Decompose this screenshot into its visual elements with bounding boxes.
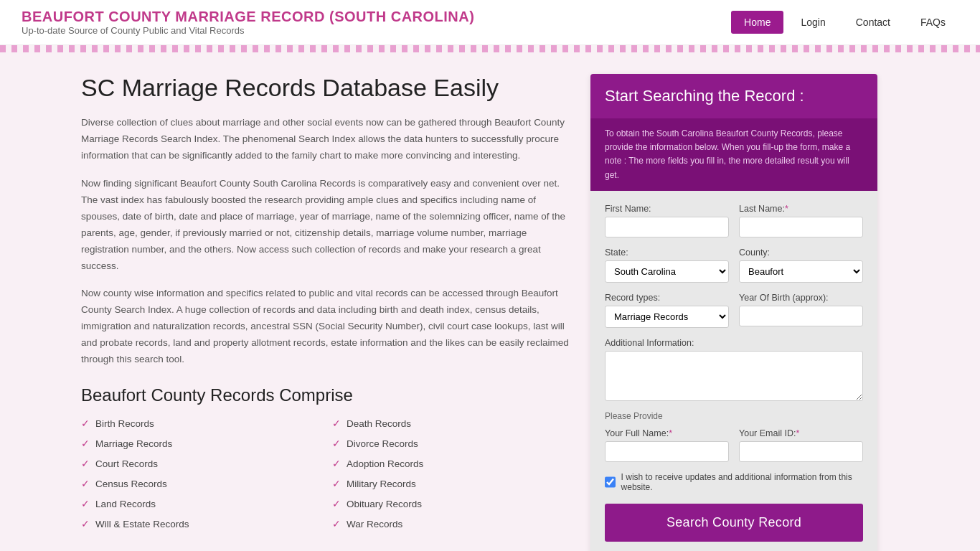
intro-para-2: Now finding significant Beaufort County … — [81, 176, 569, 275]
list-item: ✓Adoption Records — [332, 456, 569, 471]
header: BEAUFORT COUNTY MARRIAGE RECORD (SOUTH C… — [0, 0, 980, 45]
email-input[interactable] — [739, 441, 863, 462]
check-icon: ✓ — [81, 478, 90, 489]
full-name-input[interactable] — [605, 441, 729, 462]
year-birth-input[interactable] — [739, 306, 863, 326]
list-item: ✓Death Records — [332, 415, 569, 431]
list-item: ✓Court Records — [81, 456, 318, 471]
check-icon: ✓ — [332, 418, 341, 429]
check-icon: ✓ — [81, 518, 90, 529]
list-item: ✓Will & Estate Records — [81, 516, 318, 532]
newsletter-checkbox[interactable] — [605, 476, 616, 488]
record-type-row: Record types: Marriage RecordsBirth Reco… — [605, 293, 863, 328]
nav-contact[interactable]: Contact — [843, 11, 903, 34]
form-header: Start Searching the Record : — [590, 74, 877, 118]
search-form-card: Start Searching the Record : To obtain t… — [590, 74, 877, 551]
check-icon: ✓ — [332, 438, 341, 449]
additional-info-label: Additional Information: — [605, 338, 863, 348]
state-county-row: State: South CarolinaAlabamaAlaskaArizon… — [605, 248, 863, 283]
email-group: Your Email ID:* — [739, 428, 863, 462]
list-item: ✓Census Records — [81, 476, 318, 491]
check-icon: ✓ — [81, 498, 90, 509]
list-item: ✓Land Records — [81, 496, 318, 512]
records-section-heading: Beaufort County Records Comprise — [81, 385, 569, 405]
county-label: County: — [739, 248, 863, 258]
intro-para-1: Diverse collection of clues about marria… — [81, 115, 569, 164]
check-icon: ✓ — [332, 458, 341, 469]
list-item: ✓Birth Records — [81, 415, 318, 431]
list-item: ✓Military Records — [332, 476, 569, 491]
email-label: Your Email ID:* — [739, 428, 863, 438]
state-group: State: South CarolinaAlabamaAlaskaArizon… — [605, 248, 729, 283]
check-icon: ✓ — [81, 458, 90, 469]
record-type-select[interactable]: Marriage RecordsBirth RecordsDeath Recor… — [605, 306, 729, 328]
header-branding: BEAUFORT COUNTY MARRIAGE RECORD (SOUTH C… — [22, 9, 474, 36]
first-name-group: First Name: — [605, 204, 729, 237]
decorative-border — [0, 45, 980, 52]
left-content: SC Marriage Records Database Easily Dive… — [81, 74, 569, 551]
main-container: SC Marriage Records Database Easily Dive… — [60, 52, 920, 551]
check-icon: ✓ — [332, 498, 341, 509]
check-icon: ✓ — [332, 478, 341, 489]
record-type-label: Record types: — [605, 293, 729, 303]
state-select[interactable]: South CarolinaAlabamaAlaskaArizonaArkans… — [605, 260, 729, 283]
year-birth-label: Year Of Birth (approx): — [739, 293, 863, 303]
list-item: ✓War Records — [332, 516, 569, 532]
additional-info-textarea[interactable] — [605, 351, 863, 401]
nav-faqs[interactable]: FAQs — [908, 11, 958, 34]
state-label: State: — [605, 248, 729, 258]
form-description: To obtain the South Carolina Beaufort Co… — [590, 118, 877, 191]
year-birth-group: Year Of Birth (approx): — [739, 293, 863, 328]
additional-info-group: Additional Information: — [605, 338, 863, 401]
checkbox-label: I wish to receive updates and additional… — [621, 472, 863, 492]
list-item: ✓Divorce Records — [332, 435, 569, 451]
records-list: ✓Birth Records✓Death Records✓Marriage Re… — [81, 415, 569, 532]
right-panel: Start Searching the Record : To obtain t… — [590, 74, 877, 551]
check-icon: ✓ — [81, 418, 90, 429]
form-body: First Name: Last Name:* State: Sou — [590, 191, 877, 551]
please-provide-text: Please Provide — [605, 411, 863, 421]
intro-para-3: Now county wise information and specific… — [81, 286, 569, 368]
full-name-group: Your Full Name:* — [605, 428, 729, 462]
last-name-input[interactable] — [739, 217, 863, 237]
checkbox-row: I wish to receive updates and additional… — [605, 472, 863, 492]
search-county-record-button[interactable]: Search County Record — [605, 504, 863, 542]
record-type-group: Record types: Marriage RecordsBirth Reco… — [605, 293, 729, 328]
last-name-group: Last Name:* — [739, 204, 863, 237]
site-subtitle: Up-to-date Source of County Public and V… — [22, 25, 474, 36]
first-name-input[interactable] — [605, 217, 729, 237]
nav-login[interactable]: Login — [788, 11, 838, 34]
full-name-label: Your Full Name:* — [605, 428, 729, 438]
contact-row: Your Full Name:* Your Email ID:* — [605, 428, 863, 462]
nav-home[interactable]: Home — [731, 11, 783, 34]
main-nav: Home Login Contact FAQs — [731, 11, 958, 34]
page-heading: SC Marriage Records Database Easily — [81, 74, 569, 102]
list-item: ✓Marriage Records — [81, 435, 318, 451]
county-select[interactable]: BeaufortCharlestonRichlandGreenvilleSpar… — [739, 260, 863, 283]
list-item: ✓Obituary Records — [332, 496, 569, 512]
first-name-label: First Name: — [605, 204, 729, 214]
site-title: BEAUFORT COUNTY MARRIAGE RECORD (SOUTH C… — [22, 9, 474, 25]
check-icon: ✓ — [81, 438, 90, 449]
name-row: First Name: Last Name:* — [605, 204, 863, 237]
county-group: County: BeaufortCharlestonRichlandGreenv… — [739, 248, 863, 283]
check-icon: ✓ — [332, 518, 341, 529]
last-name-label: Last Name:* — [739, 204, 863, 214]
